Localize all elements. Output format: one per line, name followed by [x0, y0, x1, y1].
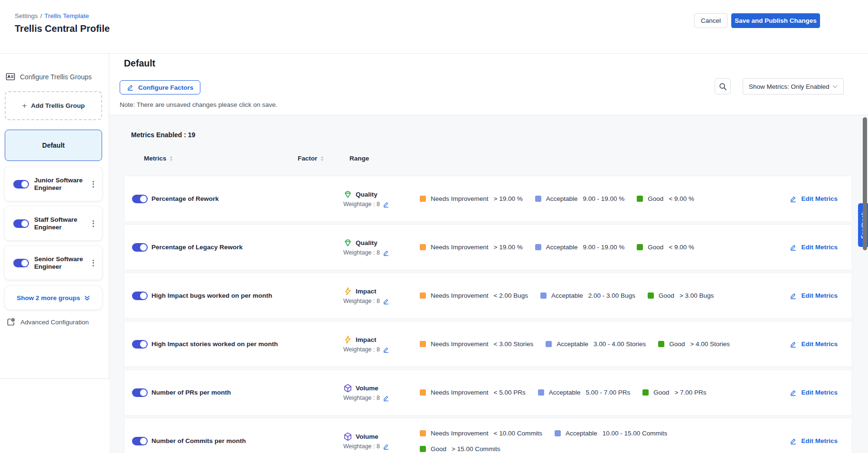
range-chip: Needs Improvement < 10.00 Commits	[420, 430, 542, 437]
edit-metrics-link[interactable]: Edit Metrics	[790, 292, 838, 299]
volume-icon	[343, 384, 352, 393]
range-value: < 3.00 Stories	[494, 340, 534, 348]
factor-cell: Impact Weightage : 8	[343, 287, 420, 304]
pencil-icon	[790, 196, 797, 202]
range-value: > 15.00 Commits	[452, 445, 500, 453]
metric-enabled-toggle[interactable]	[132, 243, 148, 252]
group-enabled-toggle[interactable]	[13, 259, 29, 267]
range-color-swatch	[555, 430, 561, 436]
range-color-swatch	[420, 196, 426, 202]
metric-row: Percentage of Legacy Rework Quality Weig…	[124, 224, 852, 270]
table-header-row: Metrics Factor Range	[144, 155, 369, 162]
range-chip: Needs Improvement > 19.00 %	[420, 244, 523, 251]
range-chip: Needs Improvement < 2.00 Bugs	[420, 292, 528, 299]
edit-metrics-label: Edit Metrics	[801, 195, 838, 202]
pencil-icon	[127, 84, 134, 91]
save-and-publish-button[interactable]: Save and Publish Changes	[731, 13, 820, 28]
edit-weightage-icon[interactable]	[383, 347, 389, 353]
range-label: Needs Improvement	[431, 430, 489, 437]
range-color-swatch	[546, 341, 552, 347]
edit-weightage-icon[interactable]	[383, 298, 389, 304]
metric-name: High Impact bugs worked on per month	[151, 292, 343, 299]
edit-weightage-icon[interactable]	[383, 201, 389, 208]
range-color-swatch	[540, 293, 547, 299]
vertical-scrollbar-thumb[interactable]	[863, 117, 867, 250]
advanced-configuration-button[interactable]: Advanced Configuration	[7, 318, 89, 326]
factor-cell: Quality Weightage : 8	[343, 238, 420, 256]
range-value: > 7.00 PRs	[674, 389, 706, 396]
trellis-group-card[interactable]: Junior Software Engineer	[5, 167, 102, 201]
metric-enabled-toggle[interactable]	[132, 340, 148, 349]
edit-metrics-label: Edit Metrics	[801, 244, 838, 251]
column-header-range: Range	[349, 155, 369, 162]
range-value: 9.00 - 19.00 %	[583, 195, 625, 202]
edit-metrics-link[interactable]: Edit Metrics	[790, 244, 838, 251]
range-value: > 4.00 Stories	[690, 340, 730, 348]
edit-metrics-link[interactable]: Edit Metrics	[790, 340, 838, 348]
quality-icon	[343, 238, 352, 247]
show-metrics-dropdown[interactable]: Show Metrics: Only Enabled	[743, 78, 844, 94]
breadcrumb-settings-link[interactable]: Settings	[15, 12, 38, 19]
trellis-group-card[interactable]: Senior Software Engineer	[5, 246, 102, 280]
configure-factors-button[interactable]: Configure Factors	[120, 80, 200, 94]
factor-name: Volume	[356, 385, 378, 392]
quality-icon	[343, 190, 352, 199]
column-header-metrics[interactable]: Metrics	[144, 155, 298, 162]
impact-icon	[343, 335, 352, 344]
edit-metrics-label: Edit Metrics	[801, 340, 838, 348]
weightage-label: Weightage : 8	[343, 298, 380, 304]
cancel-button[interactable]: Cancel	[694, 13, 727, 28]
range-value: 9.00 - 19.00 %	[583, 244, 625, 251]
range-label: Good	[669, 340, 685, 348]
edit-metrics-link[interactable]: Edit Metrics	[790, 389, 838, 396]
column-header-factor[interactable]: Factor	[298, 155, 349, 162]
configure-factors-label: Configure Factors	[138, 84, 193, 91]
weightage-label: Weightage : 8	[343, 201, 380, 208]
edit-metrics-link[interactable]: Edit Metrics	[790, 195, 838, 202]
metric-enabled-toggle[interactable]	[132, 292, 148, 300]
search-button[interactable]	[715, 78, 731, 94]
unsaved-changes-note: Note: There are unsaved changes please c…	[120, 101, 277, 108]
edit-weightage-icon[interactable]	[383, 395, 389, 401]
trellis-group-card[interactable]: Staff Software Engineer	[5, 207, 102, 240]
range-color-swatch	[642, 389, 649, 396]
weightage-label: Weightage : 8	[343, 395, 380, 401]
plus-icon: +	[22, 102, 27, 110]
pencil-icon	[790, 244, 797, 251]
kebab-menu-icon[interactable]	[89, 179, 97, 189]
range-color-swatch	[535, 196, 541, 202]
edit-metrics-link[interactable]: Edit Metrics	[790, 437, 838, 444]
metric-row: Number of PRs per month Volume Weightage…	[124, 369, 852, 415]
range-label: Acceptable	[551, 292, 583, 299]
metric-name: High Impact stories worked on per month	[151, 340, 343, 348]
edit-weightage-icon[interactable]	[383, 250, 389, 256]
range-cell: Needs Improvement < 3.00 Stories Accepta…	[420, 340, 771, 348]
add-trellis-group-button[interactable]: + Add Trellis Group	[5, 91, 102, 120]
range-color-swatch	[637, 244, 643, 250]
factor-name: Volume	[356, 433, 378, 440]
main-content: Default Configure Factors Note: There ar…	[109, 54, 868, 453]
metric-enabled-toggle[interactable]	[132, 388, 148, 397]
configure-trellis-groups-label: Configure Trellis Groups	[20, 73, 92, 81]
edit-weightage-icon[interactable]	[383, 444, 389, 450]
range-label: Good	[648, 195, 663, 202]
group-enabled-toggle[interactable]	[13, 219, 29, 228]
show-metrics-dropdown-value: Show Metrics: Only Enabled	[749, 83, 830, 90]
metric-enabled-toggle[interactable]	[132, 195, 148, 203]
sidebar-item-default-group[interactable]: Default	[5, 130, 102, 161]
column-header-factor-label: Factor	[298, 155, 317, 162]
metric-enabled-toggle[interactable]	[132, 437, 148, 445]
edit-metrics-label: Edit Metrics	[801, 389, 838, 396]
kebab-menu-icon[interactable]	[89, 258, 97, 268]
kebab-menu-icon[interactable]	[89, 218, 97, 229]
range-value: < 5.00 PRs	[494, 389, 526, 396]
range-chip: Acceptable 9.00 - 19.00 %	[535, 244, 625, 251]
factor-cell: Volume Weightage : 8	[343, 384, 420, 401]
range-color-swatch	[420, 341, 426, 347]
range-color-swatch	[648, 293, 654, 299]
show-more-groups-button[interactable]: Show 2 more groups	[5, 286, 102, 310]
edit-metrics-label: Edit Metrics	[801, 292, 838, 299]
breadcrumb-trellis-template-link[interactable]: Trellis Template	[45, 12, 89, 19]
metrics-enabled-count: Metrics Enabled : 19	[131, 131, 195, 139]
group-enabled-toggle[interactable]	[13, 180, 29, 189]
